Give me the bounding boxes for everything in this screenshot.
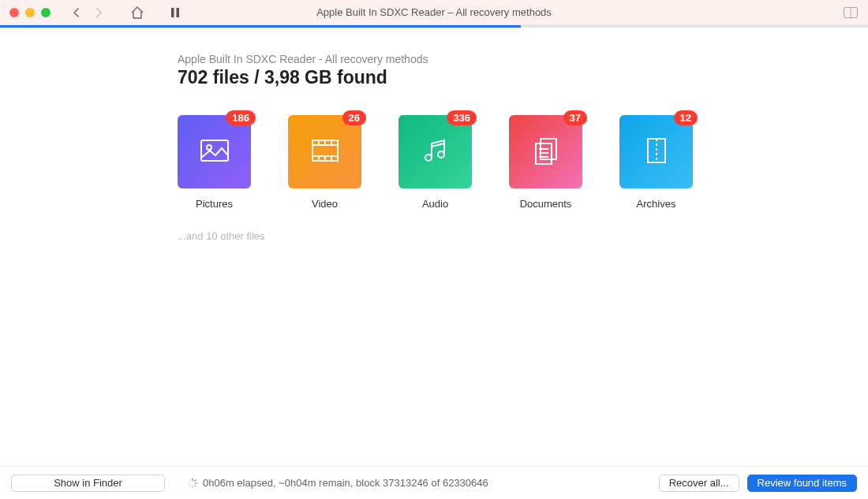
main-content: Apple Built In SDXC Reader - All recover… [0, 28, 868, 466]
window-controls [9, 8, 51, 17]
home-button[interactable] [129, 5, 145, 20]
svg-line-30 [189, 485, 191, 486]
category-card-video[interactable]: 26Video [288, 115, 361, 210]
svg-point-16 [438, 151, 444, 158]
chevron-right-icon [95, 7, 103, 18]
category-tile: 336 [398, 115, 472, 188]
category-tile: 186 [178, 115, 251, 188]
results-headline: 702 files / 3,98 GB found [178, 67, 868, 88]
count-badge: 37 [563, 110, 587, 125]
category-card-documents[interactable]: 37Documents [509, 115, 582, 210]
close-window-button[interactable] [9, 8, 19, 17]
svg-rect-0 [171, 8, 174, 17]
scan-progress-fill [0, 25, 521, 28]
pause-icon [170, 7, 180, 18]
svg-point-5 [207, 145, 211, 150]
more-files-text: ...and 10 other files [178, 230, 868, 242]
status-text: 0h06m elapsed, ~0h04m remain, block 3731… [187, 477, 488, 489]
footer-bar: Show in Finder 0h06m elapsed, ~0h04m rem… [0, 466, 868, 499]
status-label: 0h06m elapsed, ~0h04m remain, block 3731… [203, 477, 488, 489]
home-icon [130, 6, 144, 20]
svg-line-28 [195, 485, 196, 486]
category-tile: 12 [619, 115, 693, 188]
minimize-window-button[interactable] [25, 8, 35, 17]
music-icon [419, 134, 452, 169]
category-label: Pictures [196, 198, 233, 210]
columns-icon [844, 7, 858, 18]
category-tile: 37 [509, 115, 582, 188]
count-badge: 336 [447, 110, 477, 125]
titlebar: Apple Built In SDXC Reader – All recover… [0, 0, 868, 25]
back-button[interactable] [68, 5, 84, 20]
category-label: Video [312, 198, 338, 210]
svg-line-26 [195, 479, 196, 481]
svg-rect-1 [177, 8, 180, 17]
svg-line-17 [432, 143, 444, 147]
spinner-icon [187, 478, 198, 489]
doc-icon [529, 134, 563, 169]
chevron-left-icon [72, 7, 80, 18]
zip-icon [640, 134, 673, 169]
source-subtitle: Apple Built In SDXC Reader - All recover… [178, 53, 868, 65]
category-card-audio[interactable]: 336Audio [398, 115, 472, 210]
count-badge: 186 [226, 110, 256, 125]
svg-line-32 [189, 479, 191, 481]
forward-button [92, 5, 107, 20]
pause-button[interactable] [167, 5, 183, 20]
svg-point-15 [425, 155, 432, 161]
category-card-archives[interactable]: 12Archives [619, 115, 693, 210]
film-icon [309, 134, 342, 169]
image-icon [198, 134, 231, 169]
category-label: Archives [637, 198, 676, 210]
review-found-items-button[interactable]: Review found items [747, 475, 857, 492]
show-in-finder-button[interactable]: Show in Finder [11, 475, 165, 492]
category-tile: 26 [288, 115, 361, 188]
count-badge: 26 [342, 110, 366, 125]
scan-progress-bar [0, 25, 868, 28]
sidebar-toggle-button[interactable] [843, 5, 859, 20]
category-label: Audio [422, 198, 448, 210]
category-cards: 186Pictures26Video336Audio37Documents12A… [178, 115, 868, 210]
count-badge: 12 [674, 110, 698, 125]
category-label: Documents [520, 198, 572, 210]
fullscreen-window-button[interactable] [41, 8, 51, 17]
category-card-pictures[interactable]: 186Pictures [178, 115, 251, 210]
nav-buttons [68, 5, 183, 20]
recover-all-button[interactable]: Recover all... [659, 475, 739, 492]
